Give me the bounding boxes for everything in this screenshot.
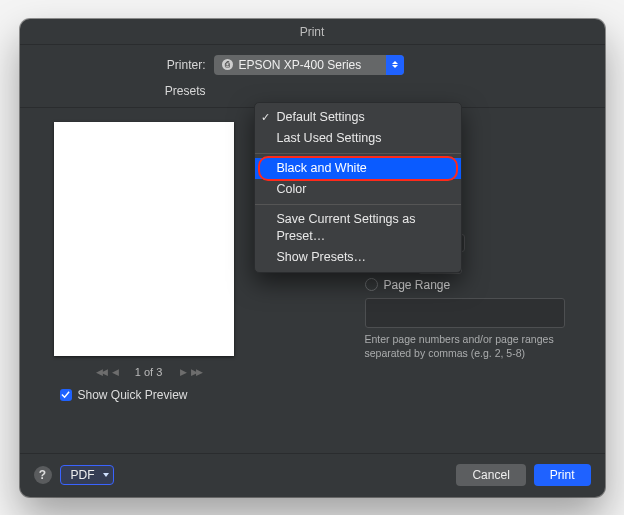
- page-range-label: Page Range: [384, 278, 451, 292]
- presets-menu-item-default[interactable]: ✓ Default Settings: [255, 107, 461, 128]
- printer-row: Printer: ⎙ EPSON XP-400 Series: [34, 55, 591, 75]
- menu-item-label: Color: [277, 182, 307, 196]
- show-quick-preview-row: Show Quick Preview: [60, 388, 244, 402]
- presets-menu-item-bw[interactable]: Black and White: [255, 158, 461, 179]
- page-range-field[interactable]: [365, 298, 565, 328]
- updown-icon: [386, 55, 404, 75]
- presets-menu[interactable]: ✓ Default Settings Last Used Settings Bl…: [254, 102, 462, 273]
- menu-item-label: Save Current Settings as Preset…: [277, 212, 416, 243]
- print-button[interactable]: Print: [534, 464, 591, 486]
- preview-pager: ◀◀ ◀ 1 of 3 ▶ ▶▶: [54, 366, 244, 378]
- presets-label: Presets: [34, 84, 214, 98]
- menu-item-label: Default Settings: [277, 110, 365, 124]
- prev-page-button[interactable]: ◀: [112, 367, 117, 377]
- menu-separator: [255, 153, 461, 154]
- show-quick-preview-label: Show Quick Preview: [78, 388, 188, 402]
- dialog-footer: ? PDF Cancel Print: [20, 453, 605, 497]
- last-page-button[interactable]: ▶▶: [191, 367, 201, 377]
- pages-option-range[interactable]: Page Range: [365, 278, 591, 292]
- help-button[interactable]: ?: [34, 466, 52, 484]
- pdf-menu-button[interactable]: PDF: [60, 465, 114, 485]
- presets-menu-item-lastused[interactable]: Last Used Settings: [255, 128, 461, 149]
- presets-row: Presets: [34, 81, 591, 101]
- printer-icon: ⎙: [222, 59, 233, 70]
- print-dialog: Print Printer: ⎙ EPSON XP-400 Series Pre…: [20, 19, 605, 497]
- show-quick-preview-checkbox[interactable]: [60, 389, 72, 401]
- printer-value: EPSON XP-400 Series: [239, 58, 362, 72]
- presets-menu-item-show[interactable]: Show Presets…: [255, 247, 461, 268]
- window-title: Print: [20, 19, 605, 45]
- menu-item-label: Show Presets…: [277, 250, 367, 264]
- first-page-button[interactable]: ◀◀: [96, 367, 106, 377]
- next-page-button[interactable]: ▶: [180, 367, 185, 377]
- check-icon: [61, 390, 70, 399]
- radio-range[interactable]: [365, 278, 378, 291]
- cancel-button[interactable]: Cancel: [456, 464, 525, 486]
- presets-menu-item-color[interactable]: Color: [255, 179, 461, 200]
- menu-separator: [255, 204, 461, 205]
- check-icon: ✓: [261, 109, 270, 126]
- chevron-down-icon: [103, 466, 109, 484]
- presets-menu-item-save[interactable]: Save Current Settings as Preset…: [255, 209, 461, 247]
- dialog-content: Printer: ⎙ EPSON XP-400 Series Presets ◀…: [20, 45, 605, 451]
- page-preview: [54, 122, 234, 356]
- printer-popup[interactable]: ⎙ EPSON XP-400 Series: [214, 55, 404, 75]
- menu-item-label: Black and White: [277, 161, 367, 175]
- page-range-hint: Enter page numbers and/or page ranges se…: [365, 332, 565, 360]
- preview-column: ◀◀ ◀ 1 of 3 ▶ ▶▶ Show Quick Preview: [54, 118, 244, 402]
- menu-item-label: Last Used Settings: [277, 131, 382, 145]
- printer-label: Printer:: [34, 58, 214, 72]
- pdf-label: PDF: [71, 468, 95, 482]
- pager-text: 1 of 3: [135, 366, 163, 378]
